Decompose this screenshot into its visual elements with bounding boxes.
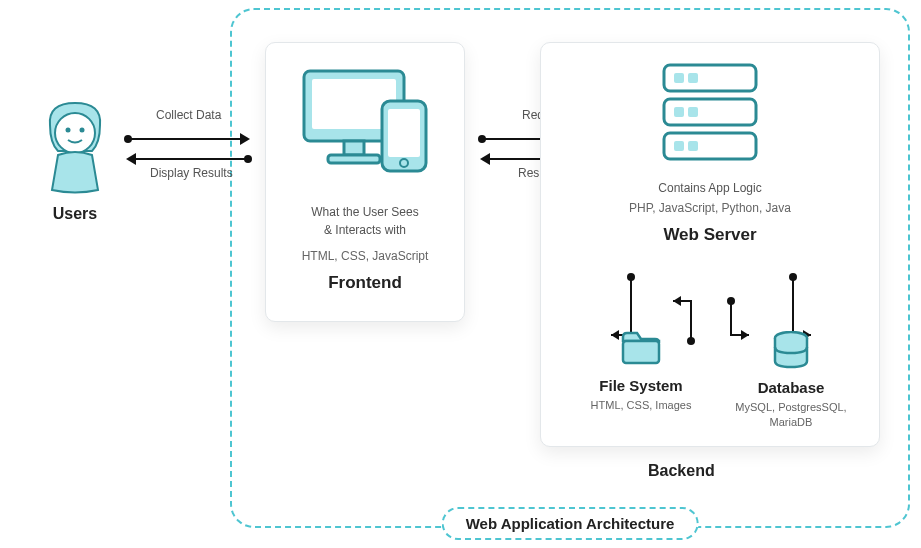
svg-rect-14	[674, 107, 684, 117]
backend-card: Contains App Logic PHP, JavaScript, Pyth…	[540, 42, 880, 447]
arrows-user-frontend: Collect Data Display Results	[128, 120, 248, 178]
svg-rect-11	[674, 73, 684, 83]
server-desc: Contains App Logic	[551, 179, 869, 197]
users-node: Users	[20, 95, 130, 223]
collect-data-label: Collect Data	[156, 108, 221, 122]
svg-point-0	[55, 113, 95, 153]
folder-icon	[619, 331, 663, 367]
diagram-title: Web Application Architecture	[442, 507, 699, 540]
svg-point-25	[789, 273, 797, 281]
database-title: Database	[721, 379, 861, 396]
filesystem-node: File System HTML, CSS, Images	[571, 331, 711, 413]
svg-point-2	[80, 128, 85, 133]
arrow-left	[128, 158, 248, 160]
svg-marker-22	[673, 296, 681, 306]
server-tech: PHP, JavaScript, Python, Java	[551, 201, 869, 215]
svg-point-1	[66, 128, 71, 133]
filesystem-tech: HTML, CSS, Images	[571, 398, 711, 413]
devices-icon	[290, 61, 440, 181]
svg-rect-8	[388, 109, 420, 157]
svg-point-23	[727, 297, 735, 305]
frontend-card: What the User Sees & Interacts with HTML…	[265, 42, 465, 322]
users-label: Users	[20, 205, 130, 223]
display-results-label: Display Results	[150, 166, 233, 180]
filesystem-title: File System	[571, 377, 711, 394]
database-node: Database MySQL, PostgresSQL, MariaDB	[721, 331, 861, 431]
frontend-tech: HTML, CSS, JavaScript	[276, 249, 454, 263]
svg-rect-27	[623, 341, 659, 363]
svg-rect-18	[688, 141, 698, 151]
database-tech: MySQL, PostgresSQL, MariaDB	[721, 400, 861, 431]
user-avatar-icon	[30, 95, 120, 195]
frontend-title: Frontend	[276, 273, 454, 293]
svg-point-19	[627, 273, 635, 281]
server-icon	[650, 59, 770, 169]
webserver-title: Web Server	[551, 225, 869, 245]
svg-rect-6	[328, 155, 380, 163]
backend-label: Backend	[648, 462, 715, 480]
frontend-desc-1: What the User Sees	[276, 203, 454, 221]
svg-rect-12	[688, 73, 698, 83]
database-icon	[771, 331, 811, 369]
svg-rect-5	[344, 141, 364, 155]
arrow-right	[128, 138, 248, 140]
svg-rect-17	[674, 141, 684, 151]
svg-rect-15	[688, 107, 698, 117]
frontend-desc-2: & Interacts with	[276, 221, 454, 239]
